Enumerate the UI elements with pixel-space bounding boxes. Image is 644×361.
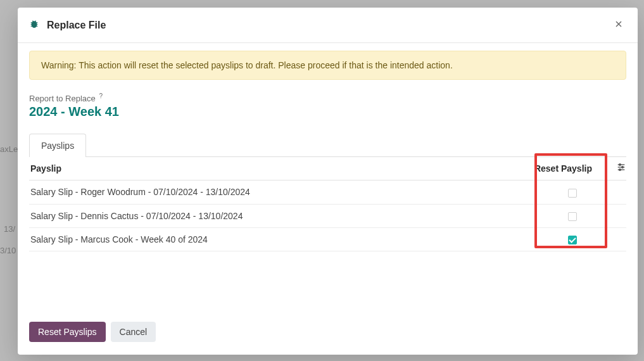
modal-title: Replace File <box>47 20 106 31</box>
payslip-cell: Salary Slip - Dennis Cactus - 07/10/2024… <box>29 204 506 227</box>
reset-cell <box>506 180 626 204</box>
modal-title-wrap: Replace File <box>29 19 106 32</box>
report-name-link[interactable]: 2024 - Week 41 <box>29 104 626 119</box>
reset-checkbox[interactable] <box>568 212 577 221</box>
table-wrap: Payslip Reset Payslip Salary Slip - Roge… <box>29 157 626 251</box>
svg-point-3 <box>619 164 621 166</box>
reset-cell <box>506 227 626 251</box>
tabs: Payslips <box>29 133 626 157</box>
help-icon[interactable]: ? <box>99 92 103 99</box>
col-header-reset: Reset Payslip <box>506 157 626 180</box>
modal-header: Replace File <box>18 8 638 42</box>
table-row[interactable]: Salary Slip - Roger Woodrum - 07/10/2024… <box>29 180 626 204</box>
tab-payslips[interactable]: Payslips <box>29 134 86 157</box>
replace-file-modal: Replace File Warning: This action will r… <box>18 8 638 355</box>
reset-payslips-button[interactable]: Reset Payslips <box>29 322 106 342</box>
field-label: Report to Replace ? <box>29 92 626 103</box>
modal-body: Warning: This action will reset the sele… <box>18 43 638 313</box>
close-icon <box>614 22 624 31</box>
close-button[interactable] <box>611 16 626 34</box>
payslips-table: Payslip Reset Payslip Salary Slip - Roge… <box>29 157 626 251</box>
col-header-payslip: Payslip <box>29 157 506 180</box>
bug-icon <box>29 19 39 32</box>
table-settings-button[interactable] <box>616 162 626 175</box>
svg-point-7 <box>619 169 621 171</box>
table-row[interactable]: Salary Slip - Dennis Cactus - 07/10/2024… <box>29 204 626 227</box>
table-row[interactable]: Salary Slip - Marcus Cook - Week 40 of 2… <box>29 227 626 251</box>
reset-cell <box>506 204 626 227</box>
warning-banner: Warning: This action will reset the sele… <box>29 51 626 80</box>
modal-footer: Reset Payslips Cancel <box>18 313 638 355</box>
reset-checkbox[interactable] <box>568 236 577 244</box>
reset-checkbox[interactable] <box>568 189 577 198</box>
payslip-cell: Salary Slip - Marcus Cook - Week 40 of 2… <box>29 227 506 251</box>
svg-point-5 <box>622 167 624 168</box>
sliders-icon <box>616 163 626 174</box>
cancel-button[interactable]: Cancel <box>111 322 156 342</box>
payslip-cell: Salary Slip - Roger Woodrum - 07/10/2024… <box>29 180 506 204</box>
